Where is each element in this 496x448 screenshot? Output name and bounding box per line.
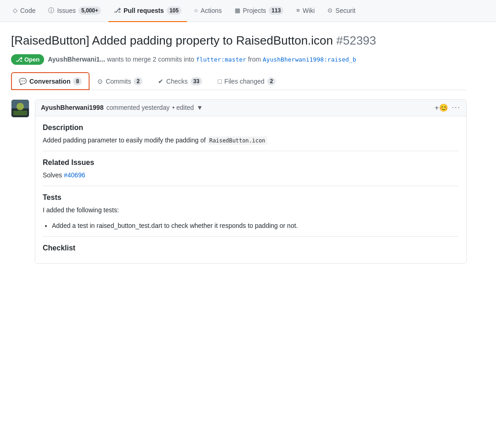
open-badge-label: Open (24, 56, 39, 63)
related-issues-heading: Related Issues (43, 159, 459, 167)
commits-count: 2 (134, 77, 142, 85)
pr-base-branch[interactable]: flutter:master (196, 56, 247, 63)
issues-count: 5,000+ (79, 6, 101, 15)
checks-icon: ✔ (158, 78, 163, 85)
tab-commits-label: Commits (106, 78, 131, 85)
avatar-image (11, 99, 29, 118)
description-text-before: Added padding parameter to easily modify… (43, 136, 208, 144)
nav-code[interactable]: ◇ Code (7, 0, 41, 22)
files-changed-icon: □ (218, 78, 221, 85)
pr-title: [RaisedButton] Added padding property to… (11, 33, 467, 49)
divider-3 (43, 236, 459, 237)
pr-head-branch[interactable]: AyushBherwani1998:raised_b (263, 56, 356, 63)
nav-wiki[interactable]: ≡ Wiki (291, 0, 320, 22)
checklist-heading: Checklist (43, 244, 459, 252)
wiki-icon: ≡ (296, 7, 300, 14)
nav-security[interactable]: ⊙ Securit (322, 0, 361, 22)
nav-actions-label: Actions (201, 7, 222, 14)
tab-files-changed-label: Files changed (225, 78, 265, 85)
projects-icon: ▦ (235, 7, 240, 14)
description-text: Added padding parameter to easily modify… (43, 136, 459, 145)
actions-icon: ○ (194, 7, 198, 14)
tab-conversation[interactable]: 💬 Conversation 8 (11, 72, 90, 90)
projects-count: 113 (269, 6, 283, 15)
pr-title-text: [RaisedButton] Added padding property to… (11, 34, 333, 47)
solves-text: Solves (43, 171, 64, 179)
checks-count: 33 (191, 77, 202, 85)
nav-projects[interactable]: ▦ Projects 113 (229, 0, 289, 22)
comment-header-left: AyushBherwani1998 commented yesterday • … (41, 104, 203, 111)
comment-body: Description Added padding parameter to e… (35, 116, 466, 263)
divider-2 (43, 186, 459, 186)
pr-meta-wants: wants to merge 2 commits into (107, 56, 194, 63)
pr-number: #52393 (336, 34, 376, 47)
related-issues-text: Solves #40696 (43, 170, 459, 180)
pr-author-name: AyushBherwani1... (48, 56, 105, 63)
divider-1 (43, 151, 459, 151)
more-options-button[interactable]: ··· (452, 103, 461, 112)
comment-header: AyushBherwani1998 commented yesterday • … (35, 100, 466, 116)
comment-edited: • edited (172, 104, 194, 111)
nav-pull-requests[interactable]: ⎇ Pull requests 105 (108, 0, 187, 22)
main-content: [RaisedButton] Added padding property to… (0, 22, 478, 264)
tabs-bar: 💬 Conversation 8 ⊙ Commits 2 ✔ Checks 33… (11, 72, 467, 90)
pr-author: AyushBherwani1... wants to merge 2 commi… (48, 56, 356, 63)
description-heading: Description (43, 124, 459, 132)
pull-requests-icon: ⎇ (114, 7, 121, 14)
tests-heading: Tests (43, 193, 459, 202)
conversation-count: 8 (73, 77, 82, 85)
issue-link[interactable]: #40696 (64, 171, 85, 179)
comment-timestamp: commented yesterday (106, 104, 169, 111)
tab-checks[interactable]: ✔ Checks 33 (150, 72, 210, 90)
files-changed-count: 2 (267, 77, 276, 85)
nav-issues[interactable]: ⓘ Issues 5,000+ (43, 0, 107, 22)
tests-intro: I added the following tests: (43, 205, 459, 215)
nav-code-label: Code (20, 7, 35, 14)
top-nav: ◇ Code ⓘ Issues 5,000+ ⎇ Pull requests 1… (0, 0, 496, 22)
conversation-icon: 💬 (19, 78, 27, 85)
code-icon: ◇ (13, 7, 17, 14)
description-inline-code: RaisedButton.icon (208, 136, 267, 145)
open-badge-icon: ⎇ (16, 56, 23, 63)
comment-header-right: +😊 ··· (434, 103, 461, 112)
nav-pull-requests-label: Pull requests (124, 7, 164, 14)
svg-rect-3 (13, 111, 27, 115)
security-icon: ⊙ (327, 7, 333, 14)
emoji-reaction-button[interactable]: +😊 (434, 103, 448, 112)
pull-requests-count: 105 (167, 6, 181, 15)
tests-list: Added a test in raised_button_test.dart … (52, 221, 459, 231)
comment-thread: AyushBherwani1998 commented yesterday • … (11, 99, 467, 264)
nav-projects-label: Projects (243, 7, 266, 14)
issues-icon: ⓘ (48, 6, 54, 15)
commits-icon: ⊙ (97, 78, 103, 85)
edited-dropdown-icon[interactable]: ▼ (197, 104, 203, 111)
comment-author[interactable]: AyushBherwani1998 (41, 104, 103, 111)
tab-commits[interactable]: ⊙ Commits 2 (90, 72, 150, 90)
list-item: Added a test in raised_button_test.dart … (52, 221, 459, 231)
open-badge: ⎇ Open (11, 54, 44, 65)
avatar (11, 99, 29, 118)
tab-checks-label: Checks (166, 78, 188, 85)
tab-conversation-label: Conversation (29, 78, 70, 85)
nav-wiki-label: Wiki (303, 7, 315, 14)
avatar-svg (11, 99, 29, 118)
svg-point-2 (17, 103, 24, 110)
pr-from-text: from (248, 56, 261, 63)
tab-files-changed[interactable]: □ Files changed 2 (210, 72, 283, 90)
nav-actions[interactable]: ○ Actions (189, 0, 227, 22)
nav-issues-label: Issues (57, 7, 75, 14)
nav-security-label: Securit (335, 7, 355, 14)
pr-meta: ⎇ Open AyushBherwani1... wants to merge … (11, 54, 467, 65)
comment-box: AyushBherwani1998 commented yesterday • … (35, 99, 467, 264)
